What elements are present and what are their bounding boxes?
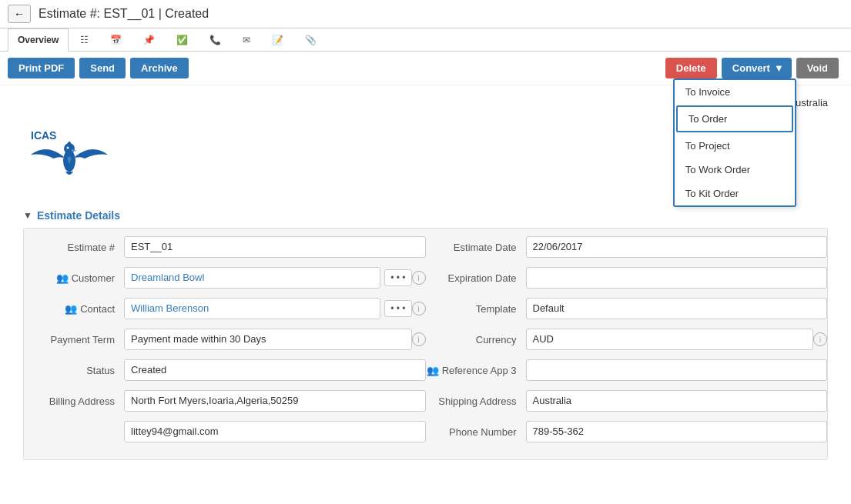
tab-table[interactable]: ☷ xyxy=(70,28,99,51)
tab-phone[interactable]: 📞 xyxy=(199,28,231,51)
convert-to-order[interactable]: To Order xyxy=(676,105,793,132)
tab-calendar[interactable]: 📅 xyxy=(100,28,132,51)
customer-link[interactable]: Dreamland Bowl xyxy=(131,272,204,283)
convert-button[interactable]: Convert ▼ xyxy=(722,58,792,78)
attach-icon: 📎 xyxy=(305,35,317,45)
left-status: Status Created xyxy=(24,359,426,381)
convert-dropdown-wrapper: Convert ▼ To Invoice To Order To Project… xyxy=(722,58,796,78)
tabs-row: Overview ☷ 📅 📌 ✅ 📞 ✉ 📝 📎 xyxy=(0,28,851,52)
section-title: Estimate Details xyxy=(37,209,120,222)
label-estimate-number: Estimate # xyxy=(24,242,124,253)
page-title: Estimate #: EST__01 | Created xyxy=(39,7,209,21)
contact-link[interactable]: William Berenson xyxy=(131,302,209,314)
notes-icon: 📝 xyxy=(272,35,283,45)
convert-to-project[interactable]: To Project xyxy=(675,134,795,158)
row-customer: 👥Customer Dreamland Bowl • • • i Expirat… xyxy=(24,267,827,289)
right-expiration-date: Expiration Date xyxy=(426,267,828,289)
label-customer: 👥Customer xyxy=(24,272,124,284)
calendar-icon: 📅 xyxy=(110,35,122,45)
tab-email[interactable]: ✉ xyxy=(233,28,260,51)
value-wrap-contact: William Berenson • • • xyxy=(124,298,412,319)
contact-dots-button[interactable]: • • • xyxy=(384,300,411,317)
void-button[interactable]: Void xyxy=(796,58,839,78)
right-reference-app: 👥Reference App 3 xyxy=(426,359,828,381)
label-shipping-address: Shipping Address xyxy=(426,396,526,407)
email-icon: ✉ xyxy=(243,35,250,45)
pin-icon: 📌 xyxy=(143,35,155,45)
convert-label: Convert xyxy=(732,62,770,74)
tab-notes[interactable]: 📝 xyxy=(262,28,293,51)
payment-term-info-icon[interactable]: i xyxy=(412,332,426,346)
tab-overview[interactable]: Overview xyxy=(8,28,69,52)
value-wrap-payment-term: Payment made within 30 Days xyxy=(124,329,412,350)
archive-button[interactable]: Archive xyxy=(130,58,189,78)
label-estimate-date: Estimate Date xyxy=(426,242,526,253)
row-billing-address: Billing Address North Fort Myers,Ioaria,… xyxy=(24,390,827,412)
left-contact: 👥Contact William Berenson • • • i xyxy=(24,298,426,319)
left-estimate-number: Estimate # EST__01 xyxy=(24,236,426,258)
field-contact: William Berenson xyxy=(124,298,380,319)
label-reference-app: 👥Reference App 3 xyxy=(426,365,526,376)
value-wrap-expiration-date xyxy=(526,267,828,289)
svg-text:ICAS: ICAS xyxy=(31,129,56,142)
left-email: littey94@gmail.com xyxy=(24,421,426,442)
convert-dropdown-menu: To Invoice To Order To Project To Work O… xyxy=(673,78,796,207)
contact-icon: 👥 xyxy=(65,303,77,315)
tab-pin[interactable]: 📌 xyxy=(133,28,165,51)
tab-attach[interactable]: 📎 xyxy=(295,28,327,51)
currency-info-icon[interactable]: i xyxy=(813,332,827,346)
value-wrap-status: Created xyxy=(124,359,426,381)
field-payment-term: Payment made within 30 Days xyxy=(124,329,412,350)
svg-point-3 xyxy=(67,147,69,149)
field-phone-number: 789-55-362 xyxy=(526,421,828,442)
svg-point-2 xyxy=(64,143,75,154)
icas-logo-svg: ICAS xyxy=(23,116,116,193)
convert-to-work-order[interactable]: To Work Order xyxy=(675,158,795,182)
contact-info-icon[interactable]: i xyxy=(412,302,426,315)
tab-tasks[interactable]: ✅ xyxy=(166,28,198,51)
field-estimate-date: 22/06/2017 xyxy=(526,236,828,258)
row-contact: 👥Contact William Berenson • • • i Templa… xyxy=(24,298,827,319)
value-wrap-shipping-address: Australia xyxy=(526,390,828,412)
label-template: Template xyxy=(426,303,526,315)
customer-icon: 👥 xyxy=(56,272,69,284)
value-wrap-estimate-date: 22/06/2017 xyxy=(526,236,828,258)
delete-button[interactable]: Delete xyxy=(665,58,717,78)
field-shipping-address: Australia xyxy=(526,390,828,412)
value-wrap-email: littey94@gmail.com xyxy=(124,421,426,442)
label-billing-address: Billing Address xyxy=(24,396,124,407)
value-wrap-reference-app xyxy=(526,359,828,381)
customer-info-icon[interactable]: i xyxy=(412,271,426,285)
label-payment-term: Payment Term xyxy=(24,334,124,345)
label-phone-number: Phone Number xyxy=(426,426,526,438)
convert-to-invoice[interactable]: To Invoice xyxy=(675,80,795,104)
right-buttons: Delete Convert ▼ To Invoice To Order To … xyxy=(665,58,843,78)
right-currency: Currency AUD i xyxy=(426,329,828,350)
row-estimate-number: Estimate # EST__01 Estimate Date 22/06/2… xyxy=(24,236,827,258)
value-wrap-billing-address: North Fort Myers,Ioaria,Algeria,50259 xyxy=(124,390,426,412)
section-arrow-icon: ▼ xyxy=(23,210,32,221)
actions-row: Print PDF Send Archive Delete Convert ▼ … xyxy=(0,52,851,85)
phone-icon: 📞 xyxy=(209,35,221,45)
print-pdf-button[interactable]: Print PDF xyxy=(8,58,75,78)
row-email: littey94@gmail.com Phone Number 789-55-3… xyxy=(24,421,827,442)
table-icon: ☷ xyxy=(80,35,89,45)
row-status: Status Created 👥Reference App 3 xyxy=(24,359,827,381)
convert-to-kit-order[interactable]: To Kit Order xyxy=(675,182,795,205)
convert-caret-icon: ▼ xyxy=(774,62,784,74)
value-wrap-currency: AUD xyxy=(526,329,814,350)
left-payment-term: Payment Term Payment made within 30 Days… xyxy=(24,329,426,350)
field-reference-app xyxy=(526,359,828,381)
send-button[interactable]: Send xyxy=(79,58,126,78)
details-grid: Estimate # EST__01 Estimate Date 22/06/2… xyxy=(23,228,828,460)
left-billing-address: Billing Address North Fort Myers,Ioaria,… xyxy=(24,390,426,412)
field-email: littey94@gmail.com xyxy=(124,421,426,442)
field-billing-address: North Fort Myers,Ioaria,Algeria,50259 xyxy=(124,390,426,412)
right-template: Template Default xyxy=(426,298,828,319)
right-phone-number: Phone Number 789-55-362 xyxy=(426,421,828,442)
value-wrap-estimate-number: EST__01 xyxy=(124,236,426,258)
back-button[interactable]: ← xyxy=(8,5,31,23)
right-estimate-date: Estimate Date 22/06/2017 xyxy=(426,236,828,258)
customer-dots-button[interactable]: • • • xyxy=(384,269,411,286)
top-bar: ← Estimate #: EST__01 | Created xyxy=(0,0,851,28)
